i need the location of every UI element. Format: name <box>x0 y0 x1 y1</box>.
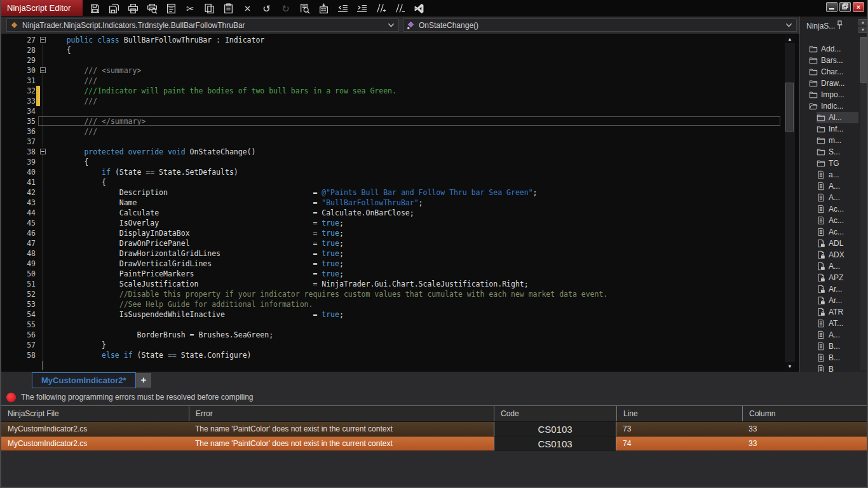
tree-item-draw[interactable]: Draw... <box>809 78 858 89</box>
save-all-icon[interactable] <box>108 3 120 15</box>
tree-item-indic[interactable]: Indic... <box>809 100 858 112</box>
tree-item-ac[interactable]: Ac... <box>817 215 858 226</box>
code-line-31[interactable]: 31 /// <box>1 76 799 86</box>
tree-item-adx[interactable]: ADX <box>817 249 858 261</box>
increase-indent-icon[interactable] <box>356 3 368 15</box>
code-line-52[interactable]: 52 //Disable this property if your indic… <box>1 289 799 299</box>
code-line-49[interactable]: 49 DrawVerticalGridLines = true; <box>1 259 799 269</box>
paste-icon[interactable] <box>222 3 234 15</box>
code-line-54[interactable]: 54 IsSuspendedWhileInactive = true; <box>1 309 799 320</box>
code-line-53[interactable]: 53 //See Help Guide for additional infor… <box>1 299 799 309</box>
visual-studio-icon[interactable] <box>413 3 425 15</box>
code-line-44[interactable]: 44 Calculate = Calculate.OnBarClose; <box>1 208 799 218</box>
code-line-29[interactable]: 29 <box>1 55 799 65</box>
code-line-37[interactable]: 37 <box>1 137 799 147</box>
print-preview-icon[interactable] <box>146 3 158 15</box>
code-line-56[interactable]: 56 BorderBrush = Brushes.SeaGreen; <box>1 330 799 340</box>
error-row[interactable]: MyCustomIndicator2.csThe name 'PaintColo… <box>1 422 867 437</box>
column-header-ninjascript-file[interactable]: NinjaScript File <box>1 406 189 421</box>
fold-collapse-box[interactable] <box>40 67 46 73</box>
tree-item-adl[interactable]: ADL <box>817 238 858 249</box>
tree-item-apz[interactable]: APZ <box>817 272 858 283</box>
code-line-34[interactable]: 34 <box>1 106 799 116</box>
tree-item-m[interactable]: m... <box>817 135 858 146</box>
scroll-up-icon[interactable]: ▲ <box>858 19 867 25</box>
code-line-58[interactable]: 58 else if (State == State.Configure) <box>1 350 799 360</box>
column-header-code[interactable]: Code <box>494 406 616 421</box>
redo-icon[interactable]: ↻ <box>280 3 292 15</box>
code-line-51[interactable]: 51 ScaleJustification = NinjaTrader.Gui.… <box>1 279 799 289</box>
code-line-43[interactable]: 43 Name = "BullBarFollowThruBar"; <box>1 198 799 208</box>
scroll-down-icon[interactable]: ▼ <box>785 362 795 370</box>
scrollbar-thumb[interactable] <box>860 37 868 83</box>
decrease-indent-icon[interactable] <box>337 3 349 15</box>
code-line-39[interactable]: 39 { <box>1 157 799 167</box>
fold-collapse-box[interactable] <box>40 149 46 154</box>
tree-item-char[interactable]: Char... <box>809 66 858 78</box>
code-line-55[interactable]: 55 <box>1 320 799 330</box>
code-line-27[interactable]: 27 public class BullBarFollowThruBar : I… <box>1 35 799 45</box>
tree-item-ar[interactable]: Ar... <box>817 283 858 295</box>
code-line-57[interactable]: 57 } <box>1 340 799 350</box>
pin-icon[interactable] <box>836 20 844 30</box>
tree-item-tg[interactable]: TG <box>817 158 858 169</box>
code-line-50[interactable]: 50 PaintPriceMarkers = true; <box>1 269 799 279</box>
minimize-button[interactable] <box>826 2 837 12</box>
code-line-35[interactable]: 35 /// </summary> <box>1 116 799 126</box>
code-line-32[interactable]: 32 ///Indicator will paint the bodies of… <box>1 86 799 96</box>
cut-icon[interactable]: ✂ <box>184 3 196 15</box>
tab-mycustomindicator2[interactable]: MyCustomIndicator2* <box>32 372 136 388</box>
compile-icon[interactable] <box>318 3 330 15</box>
close-button[interactable]: × <box>853 2 864 12</box>
tree-item-a[interactable]: A... <box>817 261 858 272</box>
code-line-47[interactable]: 47 DrawOnPricePanel = true; <box>1 238 799 248</box>
code-line-48[interactable]: 48 DrawHorizontalGridLines = true; <box>1 248 799 259</box>
column-header-column[interactable]: Column <box>742 406 867 421</box>
tree-item-ac[interactable]: Ac... <box>817 203 858 215</box>
column-header-error[interactable]: Error <box>189 406 494 421</box>
save-icon[interactable] <box>89 3 101 15</box>
code-line-36[interactable]: 36 /// <box>1 126 799 137</box>
tree-item-a[interactable]: A... <box>817 329 858 341</box>
error-row[interactable]: MyCustomIndicator2.csThe name 'PaintColo… <box>1 437 867 451</box>
restore-button[interactable] <box>839 2 851 12</box>
tree-item-bars[interactable]: Bars... <box>809 55 858 66</box>
tree-item-b[interactable]: B... <box>817 341 858 352</box>
code-line-46[interactable]: 46 DisplayInDataBox = true; <box>1 228 799 238</box>
code-line-45[interactable]: 45 IsOverlay = true; <box>1 218 799 228</box>
tree-item-atr[interactable]: ATR <box>817 306 858 318</box>
tree-item-al[interactable]: Al... <box>817 112 858 123</box>
tree-item-a[interactable]: A... <box>817 180 858 192</box>
column-header-line[interactable]: Line <box>616 406 742 421</box>
tree-item-impo[interactable]: Impo... <box>809 89 858 100</box>
explorer-scrollbar[interactable] <box>860 37 868 370</box>
edit-template-icon[interactable] <box>165 3 177 15</box>
comment-selection-icon[interactable] <box>375 3 387 15</box>
code-line-28[interactable]: 28 { <box>1 45 799 55</box>
undo-icon[interactable]: ↺ <box>261 3 273 15</box>
method-selector-dropdown[interactable]: OnStateChange() <box>403 18 797 32</box>
delete-icon[interactable]: × <box>241 3 254 15</box>
tree-item-a[interactable]: A... <box>817 192 858 203</box>
code-line-33[interactable]: 33 /// <box>1 96 799 106</box>
copy-icon[interactable] <box>203 3 215 15</box>
print-icon[interactable] <box>127 3 139 15</box>
code-line-41[interactable]: 41 { <box>1 177 799 187</box>
add-tab-button[interactable]: + <box>136 373 151 388</box>
tree-item-ac[interactable]: Ac... <box>817 226 858 238</box>
uncomment-selection-icon[interactable] <box>394 3 406 15</box>
find-in-files-icon[interactable] <box>299 3 311 15</box>
tree-item-inf[interactable]: Inf... <box>817 123 858 135</box>
tree-item-a[interactable]: a... <box>817 169 858 180</box>
fold-collapse-box[interactable] <box>40 37 46 43</box>
code-line-42[interactable]: 42 Description = @"Paints Bull Bar and F… <box>1 187 799 198</box>
code-editor[interactable]: ▲ ▼ 27 public class BullBarFollowThruBar… <box>1 34 799 372</box>
code-line-40[interactable]: 40 if (State == State.SetDefaults) <box>1 167 799 177</box>
tree-item-ar[interactable]: Ar... <box>817 295 858 306</box>
code-line-30[interactable]: 30 /// <summary> <box>1 65 799 76</box>
code-line-38[interactable]: 38 protected override void OnStateChange… <box>1 147 799 157</box>
tree-item-b[interactable]: B... <box>817 352 858 363</box>
scroll-down-icon[interactable]: ▼ <box>858 27 867 33</box>
tree-item-at[interactable]: AT... <box>817 318 858 329</box>
tree-item-s[interactable]: S... <box>817 146 858 158</box>
